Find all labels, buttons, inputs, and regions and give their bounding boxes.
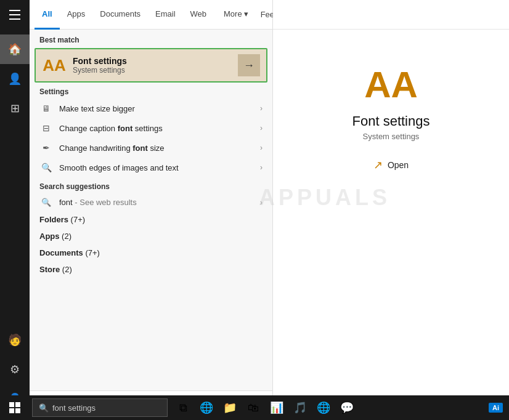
hamburger-button[interactable]	[0, 0, 30, 30]
setting-text-caption: Change caption font settings	[59, 124, 260, 133]
taskbar-store[interactable]: 🛍	[243, 397, 264, 418]
setting-item-text-size[interactable]: 🖥 Make text size bigger ›	[30, 99, 272, 118]
setting-item-smooth[interactable]: 🔍 Smooth edges of images and text ›	[30, 158, 272, 177]
suggestion-text-font: font - See web results	[59, 198, 260, 207]
best-match-arrow-icon[interactable]: →	[238, 54, 260, 76]
sidebar-item-apps[interactable]: ⊞	[0, 94, 30, 123]
svg-rect-0	[9, 402, 14, 407]
start-button[interactable]	[0, 395, 30, 420]
tab-web[interactable]: Web	[183, 0, 214, 30]
setting-arrow-2: ›	[260, 124, 263, 132]
taskbar-explorer[interactable]: 📁	[219, 397, 240, 418]
hamburger-line2	[9, 14, 20, 15]
taskbar-task-view[interactable]: ⧉	[173, 397, 193, 418]
best-match-label: Best match	[30, 30, 272, 48]
setting-text-smooth: Smooth edges of images and text	[59, 163, 260, 172]
open-icon: ↗	[373, 158, 383, 172]
setting-arrow-4: ›	[260, 163, 263, 172]
handwriting-icon: ✒	[39, 143, 53, 153]
sidebar: 🏠 👤 ⊞ 🧑 ⚙ 👤	[0, 0, 30, 420]
hamburger-line3	[9, 18, 20, 20]
font-preview-subtitle: System settings	[363, 132, 420, 141]
svg-rect-2	[9, 408, 14, 413]
tab-email[interactable]: Email	[148, 0, 183, 30]
search-tabs: All Apps Documents Email Web More ▾ Feed…	[30, 0, 272, 30]
taskbar: 🔍 font settings ⧉ 🌐 📁 🛍 📊 🎵 🌐 💬 Ai	[0, 395, 509, 420]
suggestion-see-web: - See web results	[73, 198, 137, 207]
smooth-icon: 🔍	[39, 163, 53, 172]
taskbar-app3[interactable]: 🌐	[313, 397, 334, 418]
category-documents[interactable]: Documents (7+)	[30, 244, 272, 261]
svg-rect-1	[15, 402, 20, 407]
ai-badge[interactable]: Ai	[489, 403, 503, 413]
font-preview: AA Font settings System settings ↗ Open	[273, 30, 509, 420]
font-settings-icon: AA	[42, 56, 67, 75]
taskbar-app4[interactable]: 💬	[336, 397, 357, 418]
category-folders[interactable]: Folders (7+)	[30, 211, 272, 228]
taskbar-apps: ⧉ 🌐 📁 🛍 📊 🎵 🌐 💬	[173, 397, 357, 418]
taskbar-search-area[interactable]: 🔍 font settings	[32, 398, 168, 417]
font-preview-title: Font settings	[352, 113, 430, 129]
setting-text-text-size: Make text size bigger	[59, 104, 260, 113]
sidebar-item-home[interactable]: 🏠	[0, 34, 30, 64]
open-label: Open	[388, 160, 409, 170]
tab-all[interactable]: All	[35, 0, 60, 30]
setting-text-handwriting: Change handwriting font size	[59, 143, 260, 153]
sidebar-item-settings[interactable]: ⚙	[0, 355, 30, 384]
category-store[interactable]: Store (2)	[30, 261, 272, 278]
settings-section-label: Settings	[30, 83, 272, 99]
best-match-item[interactable]: AA Font settings System settings →	[35, 48, 267, 83]
windows-icon	[9, 402, 20, 413]
more-chevron-icon: ▾	[244, 9, 248, 18]
caption-icon: ⊟	[39, 123, 53, 133]
search-panel: All Apps Documents Email Web More ▾ Feed…	[30, 0, 273, 420]
best-match-subtitle: System settings	[73, 66, 238, 75]
more-label: More	[224, 9, 242, 18]
best-match-text: Font settings System settings	[67, 56, 238, 75]
taskbar-app1[interactable]: 📊	[266, 397, 287, 418]
category-apps[interactable]: Apps (2)	[30, 228, 272, 244]
hamburger-line1	[9, 10, 20, 11]
svg-rect-3	[15, 408, 20, 413]
taskbar-right: Ai	[489, 403, 509, 413]
sidebar-icons: 🏠 👤 ⊞	[0, 30, 30, 325]
setting-item-caption-font[interactable]: ⊟ Change caption font settings ›	[30, 118, 272, 138]
taskbar-edge[interactable]: 🌐	[196, 397, 217, 418]
setting-arrow-3: ›	[260, 143, 263, 152]
tab-apps[interactable]: Apps	[60, 0, 93, 30]
taskbar-app2[interactable]: 🎵	[290, 397, 311, 418]
setting-item-handwriting-font[interactable]: ✒ Change handwriting font size ›	[30, 138, 272, 158]
suggestion-arrow: ›	[260, 198, 263, 207]
setting-arrow-1: ›	[260, 104, 263, 113]
suggestion-search-icon: 🔍	[39, 198, 53, 207]
right-panel: AA Font settings System settings ↗ Open …	[273, 0, 509, 420]
taskbar-search-icon: 🔍	[39, 403, 49, 413]
right-top-bar	[273, 0, 509, 30]
tab-documents[interactable]: Documents	[92, 0, 148, 30]
tab-more[interactable]: More ▾	[216, 0, 256, 30]
open-button[interactable]: ↗ Open	[369, 156, 413, 174]
taskbar-search-text: font settings	[52, 403, 96, 413]
font-icon-large: AA	[364, 67, 418, 103]
best-match-title: Font settings	[73, 56, 238, 66]
suggestion-font-word: font	[59, 198, 73, 207]
monitor-icon: 🖥	[39, 103, 53, 113]
suggestion-item-font[interactable]: 🔍 font - See web results ›	[30, 193, 272, 211]
sidebar-item-user[interactable]: 👤	[0, 64, 30, 94]
suggestions-label: Search suggestions	[30, 177, 272, 193]
sidebar-item-avatar[interactable]: 🧑	[0, 325, 30, 355]
